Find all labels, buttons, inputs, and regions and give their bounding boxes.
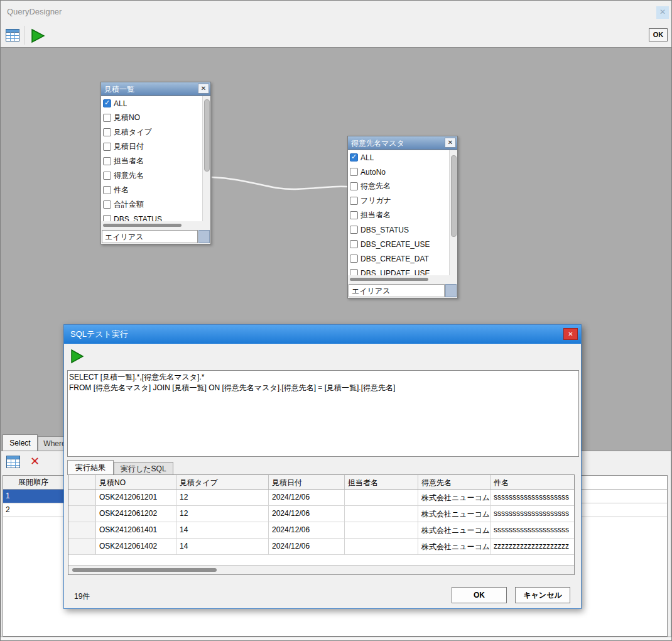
row-selector[interactable] — [68, 522, 96, 538]
table-window-close-icon[interactable] — [198, 84, 209, 94]
result-grid: 見積NO 見積タイプ 見積日付 担当者名 得意先名 件名 OSK24120612… — [68, 474, 575, 575]
field-row[interactable]: DBS_CREATE_USE — [348, 237, 449, 251]
execute-sql-icon[interactable] — [70, 349, 85, 366]
table-window-titlebar[interactable]: 見積一覧 — [101, 82, 210, 96]
checkbox-icon[interactable] — [350, 211, 358, 219]
window-title: QueryDesigner — [7, 7, 62, 16]
dialog-titlebar[interactable]: SQLテスト実行 — [64, 325, 581, 344]
tab-executed-sql[interactable]: 実行したSQL — [114, 462, 173, 475]
checkbox-checked-icon[interactable] — [350, 153, 358, 162]
sql-text-area[interactable]: SELECT [見積一覧].*,[得意先名マスタ].* FROM [得意先名マス… — [67, 370, 579, 457]
tab-select[interactable]: Select — [3, 434, 38, 451]
field-row[interactable]: AutoNo — [348, 165, 449, 179]
checkbox-icon[interactable] — [350, 182, 358, 190]
result-count-label: 19件 — [74, 591, 90, 602]
table-window-title: 見積一覧 — [104, 85, 134, 94]
table-window-close-icon[interactable] — [445, 138, 456, 148]
field-list: ALL 見積NO 見積タイプ 見積日付 担当者名 得意先名 件名 合計金額 DB… — [101, 96, 210, 221]
table-window-titlebar[interactable]: 得意先名マスタ — [348, 136, 457, 150]
checkbox-icon[interactable] — [350, 240, 358, 248]
row-selector[interactable] — [68, 490, 96, 505]
checkbox-icon[interactable] — [103, 157, 111, 165]
horizontal-scrollbar[interactable] — [101, 221, 210, 229]
table-grid-icon[interactable] — [6, 456, 20, 471]
checkbox-checked-icon[interactable] — [103, 99, 111, 107]
field-row[interactable]: 担当者名 — [101, 154, 202, 168]
field-row[interactable]: 見積NO — [101, 111, 202, 125]
toolbar-separator — [24, 26, 24, 45]
dialog-cancel-button[interactable]: キャンセル — [515, 587, 570, 603]
table-grid-icon[interactable] — [6, 29, 19, 44]
table-window-tokuisaki: 得意先名マスタ ALL AutoNo 得意先名 フリガナ 担当者名 DBS_ST… — [347, 136, 458, 299]
field-row[interactable]: 見積タイプ — [101, 125, 202, 140]
field-row[interactable]: フリガナ — [348, 194, 449, 208]
checkbox-icon[interactable] — [103, 215, 111, 221]
row-selector-header[interactable] — [68, 475, 96, 489]
sql-line: SELECT [見積一覧].*,[得意先名マスタ].* — [69, 372, 577, 383]
scrollbar-thumb[interactable] — [72, 568, 217, 572]
field-row[interactable]: 件名 — [101, 183, 202, 197]
horizontal-scrollbar[interactable] — [68, 565, 574, 574]
table-window-title: 得意先名マスタ — [351, 139, 404, 148]
column-header[interactable]: 見積日付 — [269, 475, 345, 489]
field-row-all[interactable]: ALL — [348, 150, 449, 165]
dialog-title: SQLテスト実行 — [70, 329, 128, 340]
checkbox-icon[interactable] — [350, 197, 358, 205]
alias-input[interactable]: エイリアス — [349, 284, 445, 297]
checkbox-icon[interactable] — [103, 172, 111, 180]
run-query-icon[interactable] — [30, 28, 46, 47]
field-list: ALL AutoNo 得意先名 フリガナ 担当者名 DBS_STATUS DBS… — [348, 150, 457, 275]
toolbar-ok-button[interactable]: OK — [649, 28, 668, 41]
checkbox-icon[interactable] — [103, 114, 111, 122]
scrollbar-thumb[interactable] — [204, 99, 210, 172]
field-row[interactable]: 担当者名 — [348, 208, 449, 222]
vertical-scrollbar[interactable] — [449, 150, 457, 275]
delete-icon[interactable] — [30, 454, 40, 468]
checkbox-icon[interactable] — [103, 143, 111, 151]
field-row[interactable]: DBS_STATUS — [348, 222, 449, 237]
tab-result[interactable]: 実行結果 — [67, 460, 114, 475]
dialog-close-icon[interactable] — [563, 328, 578, 340]
checkbox-icon[interactable] — [103, 186, 111, 194]
scrollbar-thumb[interactable] — [350, 278, 428, 281]
scrollbar-thumb[interactable] — [451, 155, 457, 237]
field-row-all[interactable]: ALL — [101, 96, 202, 111]
checkbox-icon[interactable] — [350, 269, 358, 275]
checkbox-icon[interactable] — [103, 128, 111, 136]
result-row[interactable]: OSK2412061401 14 2024/12/06 株式会社ニューコム ss… — [68, 522, 574, 539]
checkbox-icon[interactable] — [350, 168, 358, 176]
result-row[interactable]: OSK2412061201 12 2024/12/06 株式会社ニューコム ss… — [68, 490, 574, 506]
field-row[interactable]: DBS_CREATE_DAT — [348, 251, 449, 266]
alias-input[interactable]: エイリアス — [102, 230, 198, 243]
row-selector[interactable] — [68, 506, 96, 522]
checkbox-icon[interactable] — [350, 255, 358, 263]
column-header-order[interactable]: 展開順序 — [3, 476, 64, 489]
result-tabs: 実行結果 実行したSQL — [67, 460, 173, 475]
field-row[interactable]: 得意先名 — [101, 168, 202, 183]
dialog-ok-button[interactable]: OK — [452, 587, 507, 603]
result-row[interactable]: OSK2412061402 14 2024/12/06 株式会社ニューコム zz… — [68, 539, 574, 555]
column-header[interactable]: 見積NO — [96, 475, 176, 489]
checkbox-icon[interactable] — [350, 226, 358, 234]
sql-test-dialog: SQLテスト実行 SELECT [見積一覧].*,[得意先名マスタ].* FRO… — [63, 324, 582, 609]
column-header[interactable]: 見積タイプ — [176, 475, 269, 489]
window-close-icon[interactable] — [656, 6, 669, 19]
column-header[interactable]: 件名 — [490, 475, 575, 489]
alias-button[interactable] — [198, 230, 210, 243]
field-row[interactable]: DBS_UPDATE_USE — [348, 266, 449, 275]
field-row[interactable]: DBS_STATUS — [101, 212, 202, 221]
scrollbar-thumb[interactable] — [103, 224, 182, 227]
row-selector[interactable] — [68, 539, 96, 554]
alias-button[interactable] — [445, 284, 457, 297]
horizontal-scrollbar[interactable] — [348, 275, 457, 283]
field-row[interactable]: 合計金額 — [101, 197, 202, 212]
main-titlebar[interactable]: QueryDesigner — [1, 1, 671, 23]
checkbox-icon[interactable] — [103, 200, 111, 209]
field-row[interactable]: 見積日付 — [101, 140, 202, 154]
column-header[interactable]: 得意先名 — [418, 475, 490, 489]
column-header[interactable]: 担当者名 — [345, 475, 418, 489]
query-designer-window: QueryDesigner OK 見積一覧 ALL 見積NO 見積タイプ 見積日… — [0, 0, 672, 641]
field-row[interactable]: 得意先名 — [348, 179, 449, 194]
vertical-scrollbar[interactable] — [202, 96, 210, 221]
result-row[interactable]: OSK2412061202 12 2024/12/06 株式会社ニューコム ss… — [68, 506, 574, 522]
